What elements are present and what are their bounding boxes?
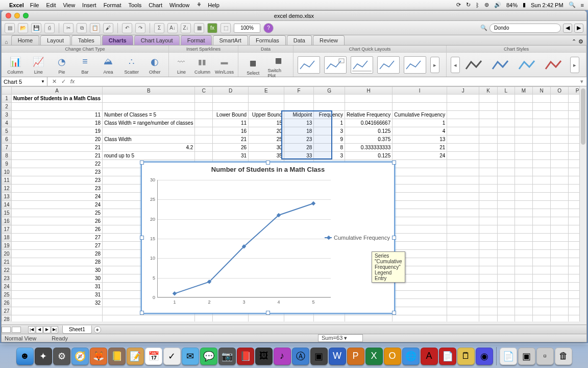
cell-O12[interactable] [551,185,569,193]
open-button[interactable]: 📂 [18,23,28,33]
col-header-B[interactable]: B [103,87,195,95]
cell-L15[interactable] [497,209,514,217]
cell-B7[interactable]: 4.2 [103,144,195,152]
cell-N8[interactable] [533,152,551,160]
cell-N13[interactable] [533,193,551,201]
cell-D3[interactable]: Lower Bound [213,111,249,119]
cell-J17[interactable] [447,225,479,234]
accept-formula-icon[interactable]: ✓ [60,78,67,85]
cell-O11[interactable] [551,176,569,185]
cell-B3[interactable]: Number of Classes = 5 [103,111,195,119]
cell-L21[interactable] [497,258,514,266]
cell-A9[interactable]: 22 [12,160,103,168]
cell-J16[interactable] [447,217,479,225]
cell-J22[interactable] [447,266,479,274]
cell-K4[interactable] [479,119,498,127]
cell-E4[interactable]: 15 [249,119,284,127]
cell-J4[interactable] [447,119,479,127]
cell-K3[interactable] [479,111,498,119]
cell-H4[interactable]: 0.041666667 [345,119,393,127]
cell-A10[interactable]: 23 [12,168,103,176]
finder-icon[interactable]: ☻ [16,348,34,365]
cell-J7[interactable] [447,144,479,152]
new-doc-button[interactable]: ▤ [5,23,15,33]
cell-J5[interactable] [447,127,479,135]
cell-D5[interactable]: 16 [213,127,249,135]
cell-N19[interactable] [533,242,551,250]
cell-K5[interactable] [479,127,498,135]
cell-H6[interactable]: 0.375 [345,135,393,144]
cell-A17[interactable]: 26 [12,225,103,234]
cell-C6[interactable] [195,135,213,144]
calendar-icon[interactable]: 📅 [145,348,162,365]
cell-M22[interactable] [514,266,532,274]
col-header-C[interactable]: C [195,87,213,95]
cell-L3[interactable] [497,111,514,119]
cell-N9[interactable] [533,160,551,168]
cell-M9[interactable] [514,160,532,168]
cell-I3[interactable]: Cumulative Frequency [393,111,447,119]
cell-C3[interactable] [195,111,213,119]
cell-B2[interactable] [103,103,195,111]
menu-tools[interactable]: Tools [128,2,141,8]
cell-I28[interactable] [393,315,447,322]
minimize-button[interactable] [14,13,20,18]
cell-G2[interactable] [314,103,345,111]
select-button[interactable]: ▦Select [242,56,264,76]
app-name[interactable]: Excel [9,2,24,8]
cell-M1[interactable] [514,95,532,103]
chart-type-other[interactable]: ◐Other [145,55,164,75]
cell-O27[interactable] [551,307,569,315]
cell-L16[interactable] [497,217,514,225]
cell-A14[interactable]: 24 [12,201,103,209]
cell-K20[interactable] [479,250,498,258]
cell-L27[interactable] [497,307,514,315]
powerpoint-icon[interactable]: P [347,348,364,365]
cell-N22[interactable] [533,266,551,274]
row-header-14[interactable]: 14 [2,201,12,209]
cell-F5[interactable]: 18 [284,127,314,135]
cell-F8[interactable]: 33 [284,152,314,160]
cell-J24[interactable] [447,283,479,291]
cell-I10[interactable] [393,168,447,176]
cell-K16[interactable] [479,217,498,225]
cell-I7[interactable]: 21 [393,144,447,152]
cell-L25[interactable] [497,291,514,299]
cell-E3[interactable]: Upper Bound [249,111,284,119]
styles-prev[interactable]: ◂ [451,57,460,73]
cell-K19[interactable] [479,242,498,250]
show-formula-button[interactable]: ⬚ [220,23,231,33]
cell-L6[interactable] [497,135,514,144]
cell-M5[interactable] [514,127,532,135]
cell-N11[interactable] [533,176,551,185]
cell-I24[interactable] [393,283,447,291]
worksheet[interactable]: ABCDEFGHIJKLMNOP1Number of Students in a… [2,86,586,321]
cell-D28[interactable] [213,315,249,322]
row-header-9[interactable]: 9 [2,160,12,168]
cell-N27[interactable] [533,307,551,315]
row-header-18[interactable]: 18 [2,234,12,242]
cell-A4[interactable]: 18 [12,119,103,127]
cell-O13[interactable] [551,193,569,201]
cell-A16[interactable]: 26 [12,217,103,225]
cell-O17[interactable] [551,225,569,234]
col-header-H[interactable]: H [345,87,393,95]
cell-E2[interactable] [249,103,284,111]
fx-icon[interactable]: fx [69,78,76,85]
status-sum[interactable]: Sum=63 ▾ [318,334,363,342]
cell-K11[interactable] [479,176,498,185]
cell-M28[interactable] [514,315,532,322]
cell-M27[interactable] [514,307,532,315]
reader-icon[interactable]: 📄 [439,348,456,365]
cell-O26[interactable] [551,299,569,307]
row-header-6[interactable]: 6 [2,135,12,144]
cell-N15[interactable] [533,209,551,217]
cell-M25[interactable] [514,291,532,299]
col-header-O[interactable]: O [551,87,569,95]
cell-E28[interactable] [249,315,284,322]
cell-K21[interactable] [479,258,498,266]
cell-L17[interactable] [497,225,514,234]
tab-format[interactable]: Format [181,35,212,45]
stickies-icon[interactable]: 🗒 [457,348,475,365]
cell-C2[interactable] [195,103,213,111]
